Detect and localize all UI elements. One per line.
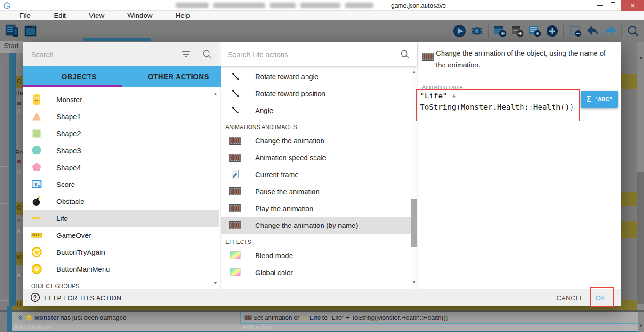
remove-instance-icon[interactable]	[567, 23, 583, 39]
action-list-item[interactable]: Rotate toward position	[221, 85, 417, 102]
add-external-events-icon[interactable]	[509, 23, 525, 39]
debug-icon[interactable]	[469, 23, 485, 39]
square-icon	[30, 128, 43, 139]
gdevelop-logo-icon	[3, 2, 11, 9]
action-search-bar	[221, 42, 417, 66]
svg-text:?: ?	[33, 294, 37, 300]
condition-cell[interactable]: ⚙ Monster has just been damaged	[12, 312, 240, 324]
film-icon	[229, 154, 242, 162]
object-list-item[interactable]: Tx Score	[23, 176, 219, 193]
scroll-up-icon[interactable]: ▲	[213, 91, 217, 96]
action-list-item[interactable]: Play the animation	[221, 200, 417, 217]
monster-icon	[30, 93, 43, 105]
object-list-item[interactable]: Monster	[23, 91, 219, 108]
section-header: EFFECTS	[221, 234, 417, 247]
add-comment-icon[interactable]	[527, 23, 543, 39]
pentagon-icon	[30, 162, 43, 173]
tab[interactable]: OTHER ACTIONS	[122, 66, 221, 87]
object-list-item[interactable]: Shape1	[23, 108, 219, 125]
object-search-input[interactable]	[23, 42, 164, 66]
object-groups-header: OBJECT GROUPS	[27, 278, 79, 291]
play-icon[interactable]	[451, 23, 467, 39]
condition-text: has just been damaged	[60, 314, 126, 321]
menu-item[interactable]: File	[1, 11, 35, 20]
restore-button[interactable]	[611, 2, 615, 7]
action-list-item[interactable]: Angle	[221, 102, 417, 119]
film-mini-icon	[244, 315, 252, 320]
action-cell-selected[interactable]: Set animation of ♥♥♥ Life to "Life" + To…	[240, 312, 638, 324]
scrollbar-thumb[interactable]	[411, 199, 417, 247]
scroll-up-icon[interactable]: ▲	[639, 56, 643, 60]
object-list-item[interactable]: GameOver	[23, 227, 219, 243]
tab[interactable]: OBJECTS	[23, 66, 122, 87]
actions-scrollbar[interactable]: ▲ ▼	[411, 66, 417, 289]
close-button[interactable]: ✕	[621, 0, 644, 11]
hearts-icon: ♥♥♥	[30, 215, 43, 221]
add-object-icon[interactable]	[492, 23, 508, 39]
events-scrollbar[interactable]: ▲ ▼	[637, 42, 644, 332]
menu-bar: FileEditViewWindowHelp	[0, 11, 644, 20]
object-list-item[interactable]: Shape4	[23, 159, 219, 176]
menu-item[interactable]: Window	[109, 11, 157, 20]
title-bar: game.json.autosave ✕	[0, 0, 644, 11]
triangle-icon	[30, 111, 43, 122]
cancel-button[interactable]: CANCEL	[556, 289, 584, 307]
svg-text:x: x	[38, 184, 40, 188]
add-condition-button[interactable]: Add condition	[14, 324, 51, 331]
scroll-down-icon[interactable]: ▼	[412, 280, 416, 284]
search-icon[interactable]	[625, 23, 641, 39]
object-search-bar	[23, 42, 219, 66]
event-row: ⚙ Monster has just been damaged Set anim…	[12, 312, 638, 324]
action-list-item[interactable]: Change the animation (by name)	[221, 217, 417, 234]
toolbar-left-icons	[4, 23, 39, 39]
circle-icon	[30, 145, 43, 156]
monster-mini-icon	[26, 315, 32, 321]
action-list-item[interactable]: Rotate toward angle	[221, 68, 417, 85]
expression-line: ToString(Monster.Health::Health())	[420, 102, 577, 113]
home-button-icon	[30, 263, 43, 275]
animation-name-field[interactable]: "Life" + ToString(Monster.Health::Health…	[420, 90, 577, 117]
scrollbar-thumb[interactable]	[637, 172, 644, 304]
film-icon	[229, 137, 242, 145]
object-list-item[interactable]: ButtonMainMenu	[23, 260, 219, 277]
redo-icon[interactable]	[602, 23, 618, 39]
actions-list: Rotate toward angle Rotate toward positi…	[221, 66, 417, 289]
minimize-button[interactable]	[597, 5, 603, 6]
action-search-input[interactable]	[221, 42, 381, 66]
menu-item[interactable]: Edit	[35, 11, 71, 20]
field-label: Animation name	[422, 84, 463, 90]
scene-tab[interactable]: Start	[0, 41, 23, 53]
toolbar-separator	[621, 24, 622, 38]
undo-icon[interactable]	[585, 23, 601, 39]
object-list-item[interactable]: ♥♥♥ Life	[23, 210, 219, 227]
action-list-item[interactable]: Blend mode	[221, 247, 417, 264]
scene-editor-icon[interactable]	[23, 23, 39, 39]
menu-item[interactable]: View	[71, 11, 109, 20]
dialog-footer: ? HELP FOR THIS ACTION CANCEL OK	[23, 289, 621, 306]
action-list-item[interactable]: Change the animation	[221, 132, 417, 149]
search-icon[interactable]	[202, 49, 212, 61]
expression-editor-button[interactable]: Σ "ABC"	[581, 91, 618, 108]
object-list-item[interactable]: ButtonTryAgain	[23, 243, 219, 260]
object-list-item[interactable]: Shape3	[23, 142, 219, 159]
scroll-down-icon[interactable]: ▼	[213, 281, 217, 285]
menu-item[interactable]: Help	[157, 11, 195, 20]
help-button[interactable]: ? HELP FOR THIS ACTION	[30, 289, 121, 307]
add-action-button[interactable]: Add action	[242, 324, 271, 331]
rotate-icon	[229, 71, 242, 81]
filter-icon[interactable]	[181, 50, 191, 60]
search-icon[interactable]	[400, 49, 410, 61]
window-title: game.json.autosave	[391, 2, 446, 9]
action-list-item[interactable]: Pause the animation	[221, 183, 417, 200]
action-list-item[interactable]: Current frame	[221, 166, 417, 183]
effect-icon	[229, 268, 242, 276]
object-list-item[interactable]: Shape2	[23, 125, 219, 142]
action-list-item[interactable]: Animation speed scale	[221, 149, 417, 166]
project-manager-icon[interactable]	[4, 23, 20, 39]
action-list-item[interactable]: Global color	[221, 264, 417, 281]
expression-line: "Life" +	[420, 90, 577, 102]
scroll-up-icon[interactable]: ▲	[412, 70, 416, 74]
add-event-icon[interactable]	[544, 23, 560, 39]
ok-button[interactable]: OK	[596, 289, 605, 307]
object-list-item[interactable]: Obstacle	[23, 193, 219, 210]
